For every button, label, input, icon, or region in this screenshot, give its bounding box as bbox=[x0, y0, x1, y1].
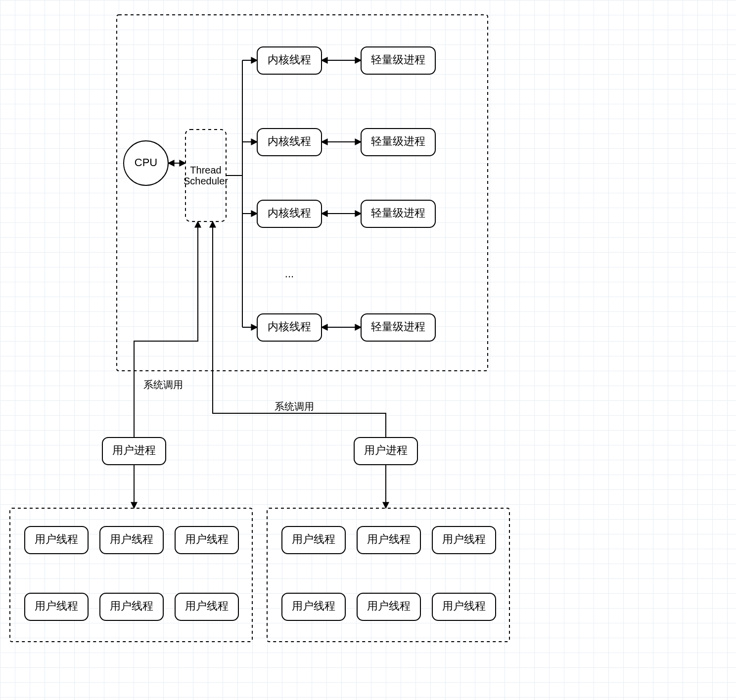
syscall-label-left: 系统调用 bbox=[143, 379, 183, 390]
user-thread-l-5-label: 用户线程 bbox=[110, 600, 153, 612]
kernel-thread-4-label: 内核线程 bbox=[268, 320, 311, 333]
edge-up-left-scheduler bbox=[134, 221, 198, 438]
kernel-thread-1-label: 内核线程 bbox=[268, 53, 311, 66]
kernel-thread-3-label: 内核线程 bbox=[268, 207, 311, 219]
user-thread-r-6-label: 用户线程 bbox=[442, 600, 486, 612]
light-process-1-label: 轻量级进程 bbox=[371, 53, 425, 66]
light-process-3-label: 轻量级进程 bbox=[371, 207, 425, 219]
scheduler-label-1: Thread bbox=[190, 165, 221, 175]
user-thread-r-5-label: 用户线程 bbox=[367, 600, 411, 612]
user-thread-r-1-label: 用户线程 bbox=[292, 533, 335, 545]
light-process-2-label: 轻量级进程 bbox=[371, 135, 425, 147]
diagram-canvas: CPU Thread Scheduler 内核线程 轻量级进程 内核线程 轻量级… bbox=[0, 0, 736, 700]
user-thread-r-4-label: 用户线程 bbox=[292, 600, 335, 612]
syscall-label-right: 系统调用 bbox=[275, 401, 314, 412]
light-process-4-label: 轻量级进程 bbox=[371, 320, 425, 333]
ellipsis: ... bbox=[285, 267, 294, 280]
cpu-label: CPU bbox=[135, 156, 157, 169]
scheduler-label-2: Scheduler bbox=[184, 175, 228, 186]
user-thread-r-3-label: 用户线程 bbox=[442, 533, 486, 545]
user-process-right-label: 用户进程 bbox=[364, 444, 408, 456]
user-thread-l-1-label: 用户线程 bbox=[35, 533, 78, 545]
user-thread-l-6-label: 用户线程 bbox=[185, 600, 229, 612]
user-thread-l-3-label: 用户线程 bbox=[185, 533, 229, 545]
user-thread-l-2-label: 用户线程 bbox=[110, 533, 153, 545]
user-thread-r-2-label: 用户线程 bbox=[367, 533, 411, 545]
kernel-thread-2-label: 内核线程 bbox=[268, 135, 311, 147]
user-process-left-label: 用户进程 bbox=[112, 444, 156, 456]
user-thread-l-4-label: 用户线程 bbox=[35, 600, 78, 612]
